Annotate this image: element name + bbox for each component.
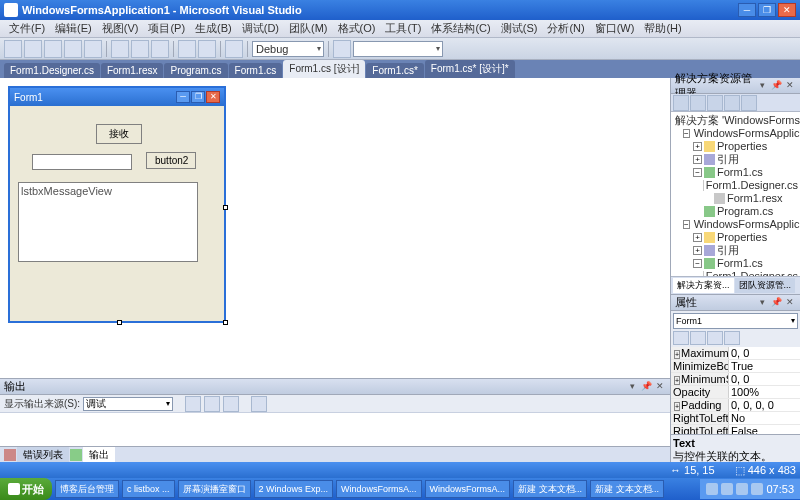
design-canvas[interactable]: Form1 ─ ❐ ✕ 接收 button2 lstbxMessageView	[0, 78, 670, 378]
resize-handle-se[interactable]	[223, 320, 228, 325]
output-toggle-button[interactable]	[251, 396, 267, 412]
property-value[interactable]: 0, 0	[729, 373, 800, 385]
tab-error-list[interactable]: 错误列表	[17, 447, 69, 463]
property-value[interactable]: 0, 0	[729, 347, 800, 359]
tree-toggle-icon[interactable]: −	[693, 259, 702, 268]
property-row[interactable]: RightToLeftNo	[671, 412, 800, 425]
document-tab[interactable]: Form1.cs*	[366, 63, 424, 78]
menu-item[interactable]: 项目(P)	[143, 20, 190, 37]
output-text[interactable]	[0, 413, 670, 446]
tray-icon[interactable]	[721, 483, 733, 495]
undo-button[interactable]	[178, 40, 196, 58]
tray-icon[interactable]	[736, 483, 748, 495]
tree-toggle-icon[interactable]: +	[693, 246, 702, 255]
tree-node-label[interactable]: Form1.Designer.cs	[706, 179, 798, 192]
menu-item[interactable]: 视图(V)	[97, 20, 144, 37]
taskbar-app-button[interactable]: 新建 文本文档...	[513, 480, 587, 498]
events-button[interactable]	[724, 331, 740, 345]
button1-control[interactable]: 接收	[96, 124, 142, 144]
properties-grid[interactable]: +MaximumSize0, 0MinimizeBoxTrue+MinimumS…	[671, 347, 800, 434]
menu-item[interactable]: 分析(N)	[542, 20, 589, 37]
tree-node-label[interactable]: Properties	[717, 140, 767, 153]
tree-node-label[interactable]: 引用	[717, 244, 739, 257]
output-wrap-button[interactable]	[204, 396, 220, 412]
resize-handle-s[interactable]	[117, 320, 122, 325]
tree-solution[interactable]: 解决方案 'WindowsFormsApplicat	[673, 114, 798, 127]
tree-toggle-icon[interactable]: +	[693, 142, 702, 151]
paste-button[interactable]	[151, 40, 169, 58]
document-tab[interactable]: Form1.cs	[229, 63, 283, 78]
tree-node-label[interactable]: Form1.resx	[727, 192, 783, 205]
document-tab[interactable]: Form1.Designer.cs	[4, 63, 100, 78]
menu-item[interactable]: 文件(F)	[4, 20, 50, 37]
solution-refresh-button[interactable]	[707, 95, 723, 111]
menu-item[interactable]: 调试(D)	[237, 20, 284, 37]
tree-project2[interactable]: −WindowsFormsApplication1	[673, 218, 798, 231]
save-button[interactable]	[64, 40, 82, 58]
menu-item[interactable]: 帮助(H)	[639, 20, 686, 37]
tree-toggle-icon[interactable]: −	[683, 220, 690, 229]
tree-node-label[interactable]: 引用	[717, 153, 739, 166]
solution-showall-button[interactable]	[690, 95, 706, 111]
tree-program[interactable]: Program.cs	[673, 205, 798, 218]
taskbar-app-button[interactable]: c listbox ...	[122, 480, 175, 498]
panel-dropdown-icon[interactable]: ▾	[756, 80, 768, 92]
menu-item[interactable]: 测试(S)	[496, 20, 543, 37]
output-source-combo[interactable]: 调试	[83, 397, 173, 411]
clock[interactable]: 07:53	[766, 483, 794, 495]
tree-properties[interactable]: +Properties	[673, 140, 798, 153]
solution-properties-button[interactable]	[673, 95, 689, 111]
property-value[interactable]: 100%	[729, 386, 800, 398]
solution-tree[interactable]: 解决方案 'WindowsFormsApplicat−WindowsFormsA…	[671, 112, 800, 276]
categorized-button[interactable]	[673, 331, 689, 345]
alphabetical-button[interactable]	[690, 331, 706, 345]
tree-form1-designer[interactable]: Form1.Designer.cs	[673, 179, 798, 192]
tree-node-label[interactable]: Form1.cs	[717, 166, 763, 179]
properties-button[interactable]	[707, 331, 723, 345]
save-all-button[interactable]	[84, 40, 102, 58]
document-tab[interactable]: Program.cs	[164, 63, 227, 78]
property-row[interactable]: MinimizeBoxTrue	[671, 360, 800, 373]
document-tab[interactable]: Form1.resx	[101, 63, 164, 78]
document-tab[interactable]: Form1.cs [设计]	[283, 60, 365, 78]
close-button[interactable]: ✕	[778, 3, 796, 17]
tree-toggle-icon[interactable]: −	[693, 168, 702, 177]
prop-expand-icon[interactable]: +	[674, 376, 680, 385]
panel-pin-icon[interactable]: 📌	[640, 381, 652, 393]
output-clear-button[interactable]	[223, 396, 239, 412]
panel-pin-icon[interactable]: 📌	[770, 80, 782, 92]
tree-form1[interactable]: −Form1.cs	[673, 166, 798, 179]
solution-collapse-button[interactable]	[741, 95, 757, 111]
config-combo[interactable]: Debug	[252, 41, 324, 57]
copy-button[interactable]	[131, 40, 149, 58]
property-row[interactable]: +Padding0, 0, 0, 0	[671, 399, 800, 412]
tab-output[interactable]: 输出	[83, 447, 115, 463]
start-button[interactable]: 开始	[0, 478, 52, 500]
menu-item[interactable]: 体系结构(C)	[426, 20, 495, 37]
tab-team-explorer[interactable]: 团队资源管...	[735, 278, 796, 293]
tree-node-label[interactable]: WindowsFormsApplicat	[694, 127, 800, 140]
property-value[interactable]: 0, 0, 0, 0	[729, 399, 800, 411]
tree-project[interactable]: −WindowsFormsApplicat	[673, 127, 798, 140]
tree-toggle-icon[interactable]: +	[693, 233, 702, 242]
output-find-button[interactable]	[185, 396, 201, 412]
tree-properties2[interactable]: +Properties	[673, 231, 798, 244]
property-value[interactable]: True	[729, 360, 800, 372]
form-client-area[interactable]: 接收 button2 lstbxMessageView	[10, 106, 224, 321]
tree-references[interactable]: +引用	[673, 153, 798, 166]
taskbar-app-button[interactable]: 2 Windows Exp...	[254, 480, 334, 498]
tree-node-label[interactable]: Form1.cs	[717, 257, 763, 270]
panel-close-icon[interactable]: ✕	[784, 80, 796, 92]
tree-form1-b[interactable]: −Form1.cs	[673, 257, 798, 270]
find-button[interactable]	[333, 40, 351, 58]
taskbar-app-button[interactable]: WindowsFormsA...	[336, 480, 422, 498]
menu-item[interactable]: 编辑(E)	[50, 20, 97, 37]
redo-button[interactable]	[198, 40, 216, 58]
properties-object-combo[interactable]: Form1 System.Windows.Forms.For	[673, 313, 798, 329]
property-row[interactable]: Opacity100%	[671, 386, 800, 399]
tab-solution-explorer[interactable]: 解决方案资...	[673, 278, 734, 293]
menu-item[interactable]: 窗口(W)	[590, 20, 640, 37]
cut-button[interactable]	[111, 40, 129, 58]
tree-node-label[interactable]: Properties	[717, 231, 767, 244]
add-item-button[interactable]	[24, 40, 42, 58]
